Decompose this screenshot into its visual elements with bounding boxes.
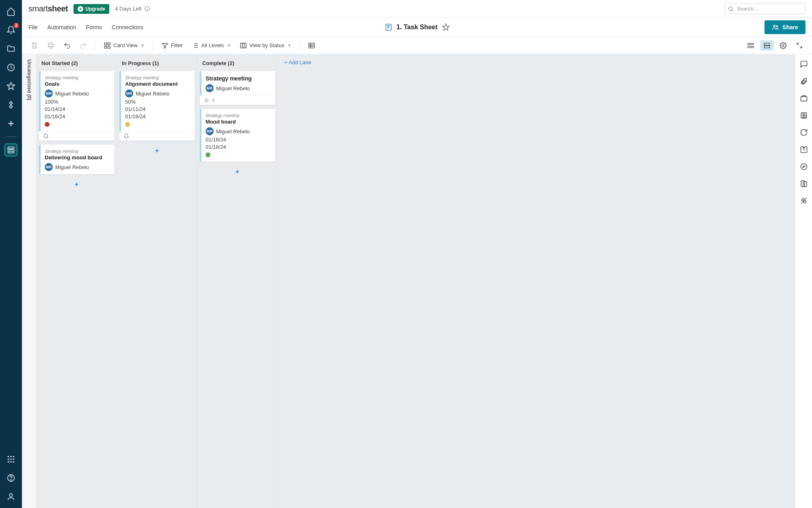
info-icon[interactable] [144,6,150,12]
notifications-icon[interactable]: 2 [5,24,17,36]
solution-center-icon[interactable] [5,454,17,465]
help-icon[interactable] [5,472,17,484]
card-assignee: MRMiguel Rebelo [45,89,110,98]
table-icon[interactable] [305,40,318,51]
favorites-icon[interactable] [5,80,17,92]
create-new-icon[interactable] [5,118,17,129]
view-by-button[interactable]: View by Status▼ [236,40,294,51]
assignee-name: Miguel Rebelo [216,128,250,135]
expand-icon[interactable] [793,40,806,51]
attachments-icon[interactable] [799,76,809,86]
status-dot [206,152,210,157]
lane: In Progress (1)Strategy meetingAlignment… [117,54,197,508]
nav-divider [5,137,17,137]
sheet-title: 1. Task Sheet [384,23,450,31]
compact-view-icon[interactable] [744,40,758,51]
avatar: MR [45,163,53,171]
svg-point-7 [8,458,9,460]
add-card-button[interactable]: + [200,166,275,178]
save-icon [28,40,41,51]
avatar: MR [125,89,133,98]
bell-icon [123,133,129,139]
lane-title[interactable]: Not Started (2) [39,59,114,71]
svg-point-8 [10,458,12,460]
settings-icon[interactable] [776,40,790,51]
lane-title[interactable]: Complete (2) [200,59,275,71]
add-card-button[interactable]: + [39,178,114,191]
svg-point-20 [776,25,778,27]
svg-point-4 [8,456,9,458]
card-view-button[interactable]: Card View▼ [100,40,148,51]
workapps-icon[interactable] [5,99,17,111]
card-title: Mood board [206,119,271,125]
menu-file[interactable]: File [28,24,38,30]
search-input[interactable] [724,3,806,14]
left-nav-rail: 2 [0,0,22,508]
uncategorized-strip[interactable]: Uncategorized (0) [22,54,37,508]
publish-icon[interactable] [799,145,809,154]
full-view-icon[interactable] [760,40,774,51]
activity-log-icon[interactable] [799,162,809,172]
upgrade-button[interactable]: + Upgrade [74,4,109,14]
kanban-card[interactable]: Strategy meetingAlignment documentMRMigu… [119,71,195,141]
card-assignee: MRMiguel Rebelo [125,89,191,98]
summary-icon[interactable] [799,179,809,189]
kanban-card[interactable]: Strategy meetingMood boardMRMiguel Rebel… [200,109,275,162]
lane: Complete (2)Strategy meetingStrategy mee… [197,54,278,508]
card-end-date: 01/18/24 [206,144,271,150]
home-icon[interactable] [5,6,17,17]
kanban-card[interactable]: Strategy meetingDelivering mood boardMRM… [39,145,114,174]
add-card-button[interactable]: + [119,145,195,157]
all-levels-button[interactable]: All Levels▼ [188,40,234,51]
star-icon[interactable] [442,23,450,31]
menu-bar: File Automation Forms Connections 1. Tas… [22,18,812,37]
plus-circle-icon: + [78,6,83,12]
svg-rect-31 [748,46,754,48]
share-button[interactable]: Share [764,20,806,34]
brandfolder-icon[interactable] [799,111,809,120]
uncategorized-label: Uncategorized (0) [26,59,32,100]
assignee-name: Miguel Rebelo [55,164,89,170]
recents-icon[interactable] [5,62,17,73]
proofs-icon[interactable] [799,93,809,103]
add-lane-button[interactable]: + Add Lane [284,59,311,65]
kanban-card[interactable]: Strategy meetingGoalsMRMiguel Rebelo100%… [39,71,114,141]
update-requests-icon[interactable] [799,128,809,137]
lane-title[interactable]: In Progress (1) [119,59,195,71]
status-dot [125,122,130,127]
svg-point-3 [11,148,13,150]
svg-point-11 [10,461,12,463]
connections-icon[interactable] [799,196,809,206]
svg-rect-35 [801,97,807,101]
comments-icon[interactable] [799,59,809,69]
assignee-name: Miguel Rebelo [55,91,89,97]
notifications-badge: 2 [13,23,19,28]
card-start-date: 01/11/24 [125,106,191,112]
print-icon [44,40,58,51]
undo-icon[interactable] [60,40,74,51]
card-end-date: 01/16/24 [45,113,110,119]
board-area: Uncategorized (0) Not Started (2)Strateg… [22,54,812,508]
redo-icon [76,40,90,51]
logo: smartsheet [28,4,68,13]
menu-forms[interactable]: Forms [86,24,102,30]
card-category: Strategy meeting [206,113,271,118]
menu-connections[interactable]: Connections [112,24,143,30]
folder-icon[interactable] [5,43,17,54]
card-percent: 50% [125,99,191,105]
svg-rect-30 [748,43,754,44]
account-icon[interactable] [5,491,17,502]
card-title: Delivering mood board [45,154,110,161]
toolbar: Card View▼ Filter All Levels▼ View by St… [22,37,812,54]
card-percent: 100% [45,99,110,105]
svg-rect-25 [108,43,110,45]
search-icon [728,6,734,12]
card-start-date: 01/14/24 [45,106,110,112]
menu-automation[interactable]: Automation [48,24,76,30]
kanban-card[interactable]: Strategy meetingStrategy meetingMRMiguel… [200,71,275,105]
resource-management-icon[interactable] [5,144,17,156]
filter-button[interactable]: Filter [158,40,186,51]
top-bar: smartsheet + Upgrade 4 Days Left [22,0,812,18]
card-footer: 4 [200,96,275,105]
card-category: Strategy meeting [45,75,110,80]
